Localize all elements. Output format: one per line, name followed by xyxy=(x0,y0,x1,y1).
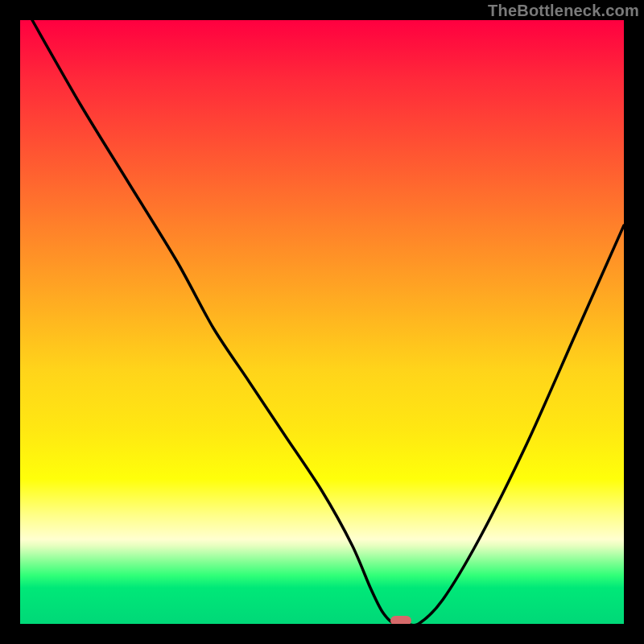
watermark-text: TheBottleneck.com xyxy=(488,2,639,20)
optimal-marker xyxy=(390,616,411,624)
curve-svg xyxy=(20,20,624,624)
plot-area xyxy=(20,20,624,624)
chart-frame: TheBottleneck.com xyxy=(0,0,644,644)
bottleneck-curve xyxy=(32,20,624,624)
